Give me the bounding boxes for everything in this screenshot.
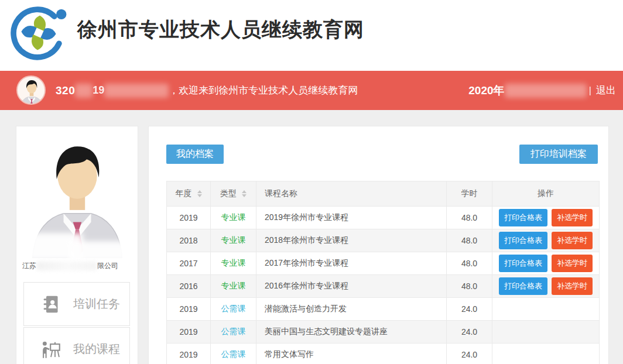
column-label: 类型	[220, 188, 237, 198]
year-text: 2020年	[468, 83, 504, 98]
address-book-icon	[40, 294, 61, 315]
actions-cell	[492, 298, 600, 321]
actions-cell	[492, 344, 600, 364]
column-label: 课程名称	[265, 188, 297, 198]
course-name-cell: 2016年徐州市专业课程	[256, 275, 447, 298]
column-header-4: 学时	[447, 181, 492, 207]
logout-link[interactable]: 退出	[596, 84, 616, 97]
actions-cell: 打印合格表补选学时	[492, 229, 600, 252]
course-name-cell: 2018年徐州市专业课程	[256, 229, 447, 252]
hours-cell: 24.0	[447, 321, 492, 344]
course-row: 2019公需课美丽中国与生态文明建设专题讲座24.0	[167, 321, 600, 344]
course-row: 2018专业课2018年徐州市专业课程48.0打印合格表补选学时	[167, 229, 600, 252]
company-name: 江苏 限公司	[22, 261, 134, 271]
banner-right: 2020年 | 退出	[468, 71, 616, 110]
course-name-cell: 常用文体写作	[256, 344, 447, 364]
sidebar-menu: 培训任务 我的课程	[23, 282, 130, 364]
sidebar-item-label: 我的课程	[73, 341, 120, 357]
hours-cell: 48.0	[447, 252, 492, 275]
presenter-easel-icon	[40, 339, 61, 360]
column-header-5: 操作	[492, 181, 600, 207]
column-label: 学时	[461, 188, 478, 198]
type-cell: 专业课	[211, 252, 256, 275]
company-name-suffix: 限公司	[97, 261, 118, 271]
type-cell: 专业课	[211, 229, 256, 252]
site-title: 徐州市专业技术人员继续教育网	[77, 16, 364, 43]
column-label: 年度	[176, 188, 192, 198]
user-banner: 320 19 ，欢迎来到徐州市专业技术人员继续教育网 2020年 | 退出	[0, 71, 623, 110]
course-name-cell: 2019年徐州市专业课程	[256, 207, 447, 229]
sidebar-item-my-courses[interactable]: 我的课程	[23, 327, 130, 364]
course-name-cell: 美丽中国与生态文明建设专题讲座	[256, 321, 447, 344]
hours-cell: 48.0	[447, 275, 492, 298]
year-cell: 2019	[167, 321, 211, 344]
hours-cell: 48.0	[447, 207, 492, 229]
year-cell: 2017	[167, 252, 211, 275]
print-pass-button[interactable]: 打印合格表	[499, 255, 547, 272]
makeup-hours-button[interactable]: 补选学时	[552, 255, 593, 272]
course-row: 2019公需课潜能激活与创造力开发24.0	[167, 298, 600, 321]
year-cell: 2019	[167, 298, 211, 321]
print-pass-button[interactable]: 打印合格表	[499, 232, 547, 249]
course-name-cell: 2017年徐州市专业课程	[256, 252, 447, 275]
year-cell: 2019	[167, 207, 211, 229]
course-name-cell: 潜能激活与创造力开发	[256, 298, 447, 321]
actions-cell: 打印合格表补选学时	[492, 207, 600, 229]
type-cell: 专业课	[211, 207, 256, 229]
site-logo-icon	[9, 2, 69, 62]
sort-toggle-icon[interactable]	[242, 190, 247, 197]
course-row: 2017专业课2017年徐州市专业课程48.0打印合格表补选学时	[167, 252, 600, 275]
page: 徐州市专业技术人员继续教育网 320 19 ，欢迎来到徐州市专业技术人员继续教育…	[0, 0, 623, 364]
makeup-hours-button[interactable]: 补选学时	[552, 232, 593, 249]
makeup-hours-button[interactable]: 补选学时	[552, 209, 593, 226]
print-pass-button[interactable]: 打印合格表	[499, 277, 547, 295]
course-row: 2019公需课常用文体写作24.0	[167, 344, 600, 364]
masked-id-segment	[75, 84, 93, 98]
my-archive-tab[interactable]: 我的档案	[166, 145, 224, 164]
user-id-prefix: 320	[56, 84, 75, 97]
type-cell: 公需课	[211, 344, 256, 364]
sidebar-item-training-tasks[interactable]: 培训任务	[23, 282, 130, 326]
actions-cell: 打印合格表补选学时	[492, 252, 600, 275]
site-header: 徐州市专业技术人员继续教育网	[0, 0, 623, 71]
column-header-3: 课程名称	[256, 181, 447, 207]
hours-cell: 24.0	[447, 298, 492, 321]
masked-company-segment	[36, 262, 97, 270]
main-panel: 我的档案 打印培训档案 年度类型课程名称学时操作 2019专业课2019年徐州市…	[148, 126, 609, 364]
print-archive-button[interactable]: 打印培训档案	[519, 145, 598, 164]
masked-photo-overlay	[69, 241, 130, 262]
year-cell: 2019	[167, 344, 211, 364]
sidebar-item-label: 培训任务	[73, 296, 120, 312]
actions-cell: 打印合格表补选学时	[492, 275, 600, 298]
user-avatar-small	[16, 75, 46, 105]
sort-toggle-icon[interactable]	[197, 190, 202, 197]
column-header-2[interactable]: 类型	[211, 181, 256, 207]
print-pass-button[interactable]: 打印合格表	[499, 209, 547, 226]
type-cell: 专业课	[211, 275, 256, 298]
makeup-hours-button[interactable]: 补选学时	[552, 277, 593, 295]
column-label: 操作	[538, 188, 554, 198]
course-table: 年度类型课程名称学时操作 2019专业课2019年徐州市专业课程48.0打印合格…	[166, 181, 600, 364]
type-cell: 公需课	[211, 298, 256, 321]
hours-cell: 24.0	[447, 344, 492, 364]
separator: |	[589, 85, 591, 97]
masked-date-segment	[505, 84, 587, 98]
course-row: 2019专业课2019年徐州市专业课程48.0打印合格表补选学时	[167, 207, 600, 229]
sidebar: 江苏 限公司 培训任务	[16, 126, 138, 364]
masked-id-segment	[104, 84, 169, 98]
welcome-text: ，欢迎来到徐州市专业技术人员继续教育网	[169, 84, 358, 97]
actions-cell	[492, 321, 600, 344]
year-cell: 2018	[167, 229, 211, 252]
user-id-fragment: 19	[93, 84, 104, 97]
table-header-row: 年度类型课程名称学时操作	[167, 181, 600, 207]
type-cell: 公需课	[211, 321, 256, 344]
year-cell: 2016	[167, 275, 211, 298]
welcome-line: 320 19 ，欢迎来到徐州市专业技术人员继续教育网	[56, 71, 358, 110]
company-name-prefix: 江苏	[22, 261, 36, 271]
hours-cell: 48.0	[447, 229, 492, 252]
column-header-1[interactable]: 年度	[167, 181, 211, 207]
course-row: 2016专业课2016年徐州市专业课程48.0打印合格表补选学时	[167, 275, 600, 298]
